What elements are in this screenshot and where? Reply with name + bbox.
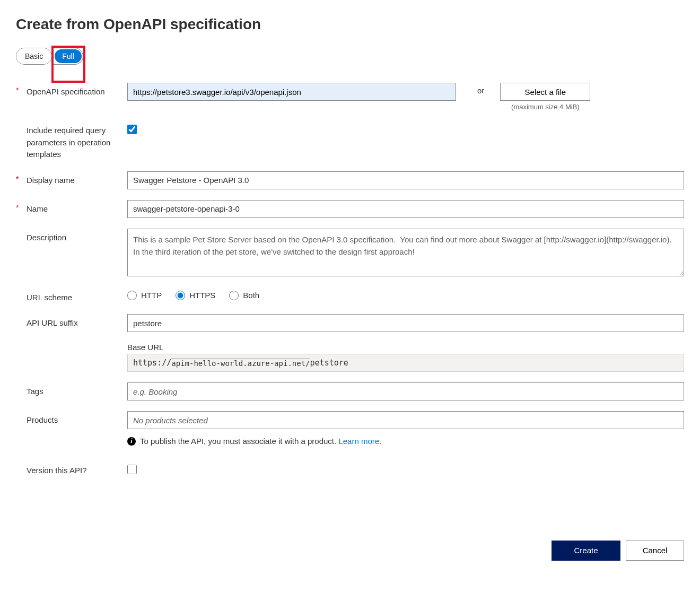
- url-scheme-http[interactable]: HTTP: [127, 291, 162, 300]
- display-name-input[interactable]: [127, 171, 684, 189]
- https-radio[interactable]: [176, 291, 185, 300]
- create-button[interactable]: Create: [552, 541, 620, 561]
- name-input[interactable]: [127, 200, 684, 218]
- version-api-label: Version this API?: [27, 461, 127, 477]
- required-marker: *: [16, 200, 27, 212]
- products-label: Products: [27, 411, 127, 426]
- cancel-button[interactable]: Cancel: [626, 541, 684, 561]
- tags-input[interactable]: [127, 382, 684, 400]
- include-query-checkbox[interactable]: [127, 125, 137, 134]
- full-toggle-highlight: Full: [51, 46, 85, 83]
- view-toggle: Basic: [16, 48, 52, 65]
- basic-toggle-button[interactable]: Basic: [16, 48, 51, 64]
- or-text: or: [477, 83, 484, 95]
- name-label: Name: [27, 200, 127, 215]
- version-api-checkbox[interactable]: [127, 465, 137, 474]
- openapi-spec-label: OpenAPI specification: [27, 83, 127, 98]
- tags-label: Tags: [27, 382, 127, 398]
- required-marker: *: [16, 83, 27, 94]
- display-name-label: Display name: [27, 171, 127, 187]
- products-hint-text: To publish the API, you must associate i…: [140, 437, 338, 446]
- both-radio[interactable]: [229, 291, 239, 300]
- products-input[interactable]: [127, 411, 684, 429]
- learn-more-link[interactable]: Learn more: [338, 437, 379, 446]
- base-url-label: Base URL: [127, 343, 684, 352]
- include-query-label: Include required query parameters in ope…: [27, 121, 127, 161]
- url-scheme-label: URL scheme: [27, 289, 127, 304]
- api-url-suffix-label: API URL suffix: [27, 314, 127, 329]
- url-scheme-https[interactable]: HTTPS: [176, 291, 215, 300]
- description-textarea[interactable]: This is a sample Pet Store Server based …: [127, 229, 684, 276]
- info-icon: i: [127, 437, 136, 446]
- max-size-hint: (maximum size 4 MiB): [500, 103, 590, 111]
- http-radio[interactable]: [127, 291, 137, 300]
- select-file-button[interactable]: Select a file: [500, 83, 590, 101]
- url-scheme-both[interactable]: Both: [229, 291, 259, 300]
- api-url-suffix-input[interactable]: [127, 314, 684, 332]
- openapi-spec-input[interactable]: [127, 83, 456, 101]
- page-title: Create from OpenAPI specification: [16, 16, 684, 33]
- full-toggle-button[interactable]: Full: [55, 49, 82, 63]
- description-label: Description: [27, 229, 127, 244]
- required-marker: *: [16, 171, 27, 183]
- base-url-readonly: https://apim-hello-world.azure-api.net/p…: [127, 354, 684, 372]
